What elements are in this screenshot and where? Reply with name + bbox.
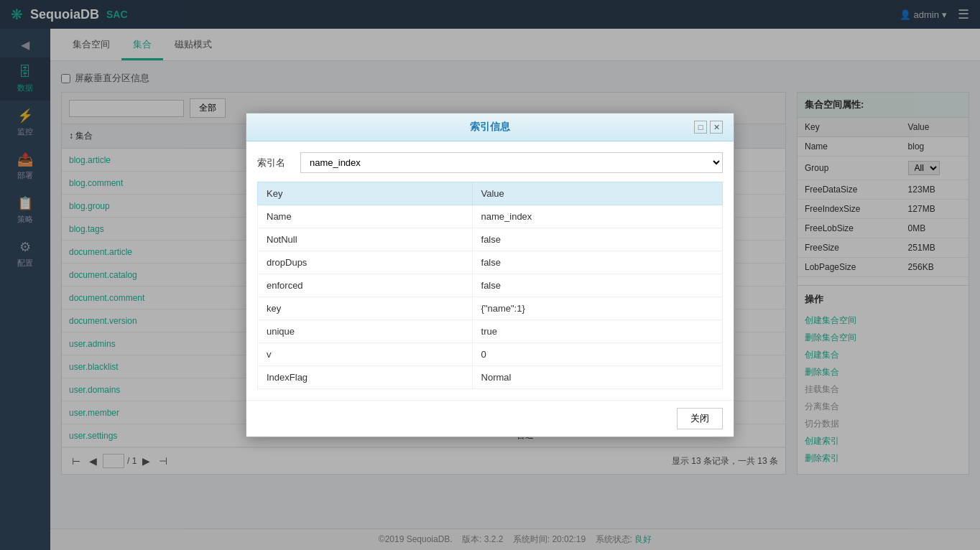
modal-cell-key: key (258, 297, 473, 320)
modal-table-row: dropDups false (258, 251, 723, 274)
modal-cell-value: true (472, 320, 722, 343)
modal-close-btn[interactable]: ✕ (710, 121, 723, 134)
modal-table-row: Name name_index (258, 205, 723, 228)
modal-cell-value: 0 (472, 343, 722, 366)
modal-close-button[interactable]: 关闭 (677, 408, 723, 429)
modal-controls: □ ✕ (694, 121, 723, 134)
modal-cell-value: false (472, 228, 722, 251)
modal-table-row: enforced false (258, 274, 723, 297)
modal-cell-value: false (472, 274, 722, 297)
modal-body: 索引名 name_index Key Value Name name_index… (246, 141, 734, 400)
modal-cell-key: v (258, 343, 473, 366)
modal-cell-key: Name (258, 205, 473, 228)
index-name-select[interactable]: name_index (300, 152, 723, 173)
modal-minimize[interactable]: □ (694, 121, 707, 134)
modal-cell-value: false (472, 251, 722, 274)
index-col-value: Value (472, 182, 722, 205)
modal-table-row: IndexFlag Normal (258, 366, 723, 389)
modal-cell-key: enforced (258, 274, 473, 297)
modal-cell-key: dropDups (258, 251, 473, 274)
index-name-label: 索引名 (257, 157, 293, 169)
index-name-row: 索引名 name_index (257, 152, 723, 173)
modal-index-info: 索引信息 □ ✕ 索引名 name_index Key Value (246, 113, 734, 437)
modal-cell-value: {"name":1} (472, 297, 722, 320)
modal-footer: 关闭 (246, 400, 734, 437)
modal-table-row: v 0 (258, 343, 723, 366)
modal-cell-value: Normal (472, 366, 722, 389)
modal-cell-key: unique (258, 320, 473, 343)
modal-overlay: 索引信息 □ ✕ 索引名 name_index Key Value (0, 0, 980, 550)
modal-table-row: NotNull false (258, 228, 723, 251)
modal-cell-key: NotNull (258, 228, 473, 251)
modal-table-row: unique true (258, 320, 723, 343)
index-info-table: Key Value Name name_index NotNull false … (257, 182, 723, 389)
modal-cell-value: name_index (472, 205, 722, 228)
modal-header: 索引信息 □ ✕ (246, 113, 734, 141)
modal-table-row: key {"name":1} (258, 297, 723, 320)
modal-title: 索引信息 (286, 121, 694, 134)
index-col-key: Key (258, 182, 473, 205)
modal-cell-key: IndexFlag (258, 366, 473, 389)
